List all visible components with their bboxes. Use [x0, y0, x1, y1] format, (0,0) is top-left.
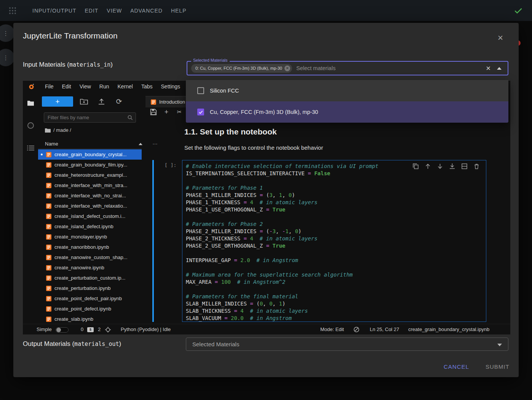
- file-row[interactable]: create_slab.ipynb: [38, 314, 142, 324]
- jupyter-menu-file[interactable]: File: [41, 83, 58, 90]
- select-placeholder: Select materials: [296, 65, 335, 71]
- output-materials-suffix: ): [119, 340, 121, 347]
- chip-delete-icon[interactable]: ✕: [284, 66, 290, 71]
- app-menu-edit[interactable]: EDIT: [80, 8, 102, 14]
- code-line: SLAB_MILLER_INDICES = (0, 0, 1): [186, 300, 486, 307]
- duplicate-cell-icon[interactable]: [412, 163, 419, 170]
- insert-cell-icon[interactable]: +: [163, 109, 170, 115]
- material-option[interactable]: Silicon FCC: [186, 80, 508, 101]
- code-line: PHASE_1_MILLER_INDICES = (3, 1, 0): [186, 192, 486, 199]
- file-name: create_island_defect_custom.i...: [54, 213, 125, 219]
- app-menu-view[interactable]: VIEW: [102, 8, 126, 14]
- notebook-icon: [46, 286, 51, 291]
- output-materials-label: Output Materials (materials_out): [23, 340, 121, 348]
- file-row[interactable]: create_grain_boundary_crystal...: [38, 149, 142, 160]
- file-name: create_grain_boundary_film.ipy...: [54, 162, 127, 168]
- jupyter-menu-kernel[interactable]: Kernel: [113, 83, 137, 90]
- file-name: create_interface_with_no_strai...: [54, 193, 126, 198]
- dialog-title: JupyterLite Transformation: [23, 31, 118, 40]
- file-row[interactable]: create_point_defect_pair.ipynb: [38, 293, 142, 304]
- running-kernels-icon[interactable]: [27, 122, 34, 129]
- notebook-icon: [46, 255, 51, 260]
- code-editor[interactable]: # Enable interactive selection of termin…: [182, 160, 486, 322]
- material-chip[interactable]: 0: Cu, Copper, FCC (Fm-3m) 3D (Bulk), mp…: [191, 64, 292, 73]
- close-icon[interactable]: ✕: [495, 32, 506, 43]
- notebook-icon: [46, 152, 51, 157]
- jupyter-menu-settings[interactable]: Settings: [157, 83, 185, 90]
- kernels-count: 2: [98, 326, 101, 332]
- materials-select-input[interactable]: 0: Cu, Copper, FCC (Fm-3m) 3D (Bulk), mp…: [187, 61, 508, 75]
- file-row[interactable]: create_perturbation_custom.ip...: [38, 273, 142, 283]
- jupyter-menu-edit[interactable]: Edit: [58, 83, 75, 90]
- kernel-status[interactable]: Python (Pyodide) | Idle: [121, 326, 171, 332]
- material-option[interactable]: Cu, Copper, FCC (Fm-3m) 3D (Bulk), mp-30: [186, 101, 508, 123]
- file-row[interactable]: create_monolayer.ipynb: [38, 232, 142, 242]
- cursor-position[interactable]: Ln 25, Col 27: [370, 326, 399, 332]
- file-name: create_point_defect.ipynb: [54, 306, 111, 312]
- insert-cell-below-icon[interactable]: [461, 163, 468, 170]
- notebook-icon: [46, 193, 51, 198]
- file-row[interactable]: create_island_defect.ipynb: [38, 221, 142, 232]
- output-materials-select[interactable]: Selected Materials: [186, 338, 508, 351]
- file-list-header[interactable]: Name …: [38, 139, 142, 149]
- check-icon[interactable]: [514, 6, 523, 15]
- file-row[interactable]: create_perturbation.ipynb: [38, 283, 142, 293]
- file-browser-icon[interactable]: [27, 99, 34, 107]
- insert-cell-above-icon[interactable]: [449, 163, 455, 170]
- code-line: PHASE_2_USE_ORTHOGONAL_Z = True: [186, 242, 486, 250]
- app-menu-help[interactable]: HELP: [167, 8, 191, 14]
- accessibility-icon[interactable]: [353, 326, 359, 333]
- delete-cell-icon[interactable]: [473, 163, 480, 170]
- app-menu-advanced[interactable]: ADVANCED: [126, 8, 167, 14]
- clear-icon[interactable]: ✕: [486, 65, 491, 72]
- refresh-icon[interactable]: ⟳: [115, 98, 123, 105]
- code-line: [186, 250, 486, 257]
- code-cell[interactable]: # Enable interactive selection of termin…: [182, 160, 486, 322]
- file-row[interactable]: create_grain_boundary_film.ipy...: [38, 160, 142, 170]
- file-name: create_monolayer.ipynb: [54, 234, 107, 240]
- file-row[interactable]: create_interface_with_relaxatio...: [38, 201, 142, 211]
- submit-button[interactable]: SUBMIT: [482, 361, 513, 372]
- move-cell-down-icon[interactable]: [437, 163, 443, 170]
- file-name: create_grain_boundary_crystal...: [54, 152, 126, 157]
- cancel-button[interactable]: CANCEL: [441, 361, 472, 372]
- file-row[interactable]: create_nanowire.ipynb: [38, 262, 142, 273]
- file-filter-input[interactable]: [44, 115, 127, 120]
- table-of-contents-icon[interactable]: [27, 144, 34, 152]
- new-folder-icon[interactable]: [80, 98, 88, 105]
- file-row[interactable]: create_nanowire_custom_shap...: [38, 252, 142, 262]
- save-icon[interactable]: [150, 109, 157, 115]
- file-name: create_nanowire.ipynb: [54, 265, 104, 270]
- search-icon: [127, 115, 133, 120]
- file-row[interactable]: create_nanoribbon.ipynb: [38, 242, 142, 252]
- simple-mode-toggle[interactable]: [56, 327, 69, 333]
- upload-icon[interactable]: [97, 98, 105, 105]
- file-row[interactable]: create_point_defect.ipynb: [38, 304, 142, 314]
- cut-cells-icon[interactable]: ✂: [176, 109, 183, 115]
- app-navbar: INPUT/OUTPUTEDITVIEWADVANCEDHELP: [0, 0, 532, 21]
- move-cell-up-icon[interactable]: [425, 163, 431, 170]
- open-file-dot: [41, 154, 43, 155]
- file-row[interactable]: create_heterostructure_exampl...: [38, 170, 142, 180]
- breadcrumb[interactable]: / made /: [45, 127, 71, 133]
- jupyter-menu-run[interactable]: Run: [95, 83, 113, 90]
- new-launcher-button[interactable]: +: [42, 96, 73, 107]
- file-row[interactable]: create_interface_with_min_stra...: [38, 180, 142, 190]
- jupyter-menu-tabs[interactable]: Tabs: [137, 83, 157, 90]
- code-line: INTERPHASE_GAP = 2.0 # in Angstrom: [186, 257, 486, 264]
- file-row[interactable]: create_island_defect_custom.i...: [38, 211, 142, 221]
- chevron-up-icon[interactable]: [497, 67, 502, 70]
- file-row[interactable]: create_interface_with_no_strai...: [38, 190, 142, 201]
- material-chip-label: 0: Cu, Copper, FCC (Fm-3m) 3D (Bulk), mp…: [195, 66, 282, 70]
- jupyter-menu-view[interactable]: View: [75, 83, 95, 90]
- app-menu-input-output[interactable]: INPUT/OUTPUT: [28, 8, 80, 14]
- apps-grid-icon[interactable]: [8, 6, 17, 15]
- hidden-fab-bottom: ⋮: [0, 49, 14, 66]
- notebook-icon: [46, 306, 51, 312]
- checkbox-unchecked-icon[interactable]: [197, 87, 204, 94]
- code-line: SLAB_THICKNESS = 4 # in atomic layers: [186, 307, 486, 315]
- file-filter-box: [44, 112, 136, 123]
- simple-mode-label: Simple: [37, 326, 52, 332]
- checkbox-checked-icon[interactable]: [197, 109, 204, 115]
- file-name: create_nanowire_custom_shap...: [54, 254, 128, 260]
